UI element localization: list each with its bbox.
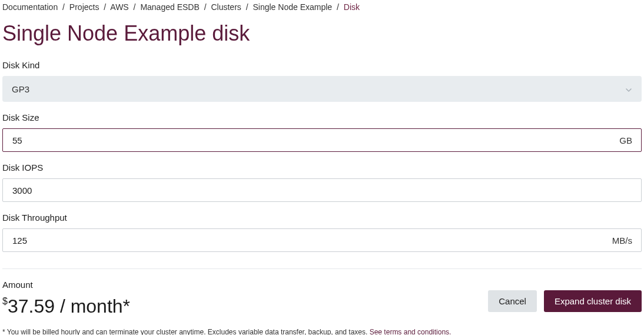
amount-block: Amount $37.59 / month* — [2, 280, 130, 317]
amount-label: Amount — [2, 280, 130, 290]
footer-row: Amount $37.59 / month* Cancel Expand clu… — [2, 280, 642, 317]
disk-iops-label: Disk IOPS — [2, 162, 642, 173]
breadcrumb-item[interactable]: Managed ESDB — [140, 2, 199, 12]
breadcrumb-current: Disk — [344, 2, 360, 12]
action-buttons: Cancel Expand cluster disk — [488, 290, 642, 312]
disk-throughput-input[interactable] — [2, 228, 642, 252]
disk-size-label: Disk Size — [2, 112, 642, 122]
breadcrumb-separator: / — [337, 2, 339, 12]
disk-throughput-input-wrap: MB/s — [2, 228, 642, 252]
breadcrumb-item[interactable]: AWS — [110, 2, 128, 12]
breadcrumb-separator: / — [104, 2, 106, 12]
disk-throughput-field-group: Disk Throughput MB/s — [2, 213, 642, 252]
disk-iops-input-wrap — [2, 178, 642, 202]
terms-link[interactable]: See terms and conditions. — [370, 328, 452, 335]
page-title: Single Node Example disk — [2, 21, 642, 46]
disk-kind-select-wrap — [2, 76, 642, 102]
cancel-button[interactable]: Cancel — [488, 290, 537, 312]
price-value: 37.59 — [8, 296, 55, 317]
disk-size-field-group: Disk Size GB — [2, 112, 642, 152]
breadcrumb: Documentation / Projects / AWS / Managed… — [2, 2, 642, 12]
fineprint: * You will be billed hourly and can term… — [2, 328, 642, 335]
breadcrumb-separator: / — [246, 2, 248, 12]
breadcrumb-item[interactable]: Clusters — [211, 2, 241, 12]
price-period: / month* — [55, 296, 130, 317]
disk-kind-select[interactable] — [2, 76, 642, 102]
fineprint-text: * You will be billed hourly and can term… — [2, 328, 370, 335]
price-currency: $ — [2, 296, 8, 306]
disk-throughput-label: Disk Throughput — [2, 213, 642, 223]
disk-iops-input[interactable] — [2, 178, 642, 202]
expand-cluster-disk-button[interactable]: Expand cluster disk — [544, 290, 642, 312]
disk-kind-field-group: Disk Kind — [2, 60, 642, 102]
breadcrumb-separator: / — [134, 2, 136, 12]
breadcrumb-item[interactable]: Single Node Example — [253, 2, 332, 12]
breadcrumb-item[interactable]: Projects — [69, 2, 99, 12]
disk-kind-label: Disk Kind — [2, 60, 642, 70]
price-line: $37.59 / month* — [2, 296, 130, 317]
breadcrumb-separator: / — [204, 2, 207, 12]
section-divider — [2, 268, 642, 269]
breadcrumb-separator: / — [62, 2, 65, 12]
breadcrumb-item[interactable]: Documentation — [2, 2, 58, 12]
disk-iops-field-group: Disk IOPS — [2, 162, 642, 202]
disk-size-input-wrap: GB — [2, 128, 642, 152]
disk-size-input[interactable] — [2, 128, 642, 152]
